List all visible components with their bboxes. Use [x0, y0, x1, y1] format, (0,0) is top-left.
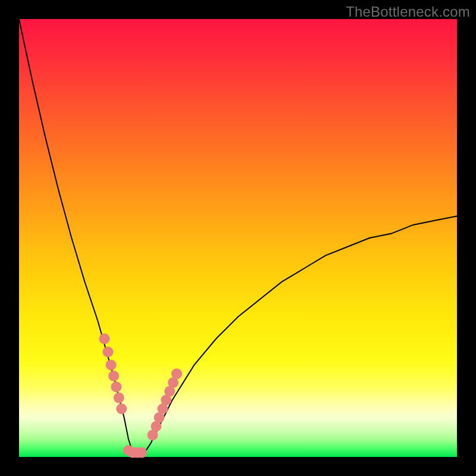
dot [108, 371, 119, 381]
chart-stage: TheBottleneck.com [0, 0, 476, 476]
dot [136, 447, 147, 458]
dot [106, 359, 117, 370]
dot [114, 393, 124, 403]
sample-dots [99, 333, 183, 458]
bottleneck-curve [19, 19, 457, 457]
plot-area [19, 19, 457, 457]
curve-layer [19, 19, 457, 457]
watermark-text: TheBottleneck.com [346, 4, 470, 20]
dot [116, 403, 127, 414]
dot [171, 368, 182, 379]
dot [99, 333, 110, 344]
dot [111, 381, 121, 392]
dot [102, 346, 113, 357]
